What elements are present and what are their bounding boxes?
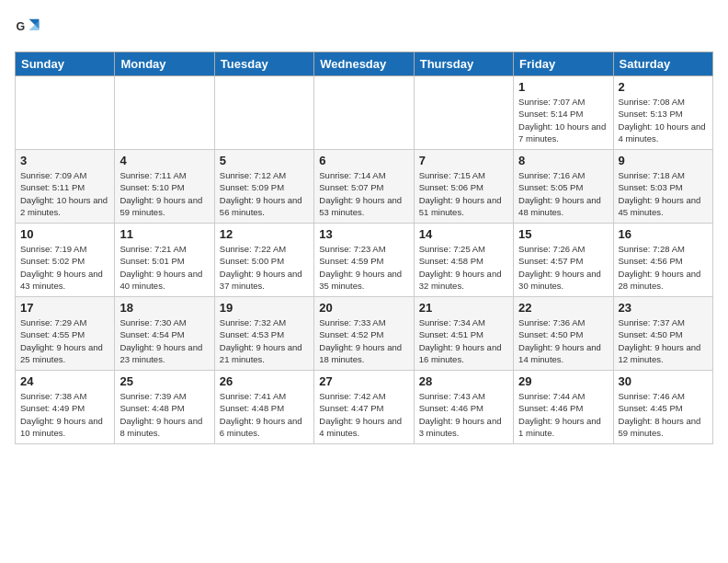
day-number: 17 xyxy=(20,301,109,315)
calendar-cell: 30Sunrise: 7:46 AM Sunset: 4:45 PM Dayli… xyxy=(613,371,712,444)
calendar-cell: 15Sunrise: 7:26 AM Sunset: 4:57 PM Dayli… xyxy=(514,224,613,297)
weekday-header-saturday: Saturday xyxy=(613,52,712,76)
calendar-cell: 25Sunrise: 7:39 AM Sunset: 4:48 PM Dayli… xyxy=(115,371,214,444)
day-info: Sunrise: 7:26 AM Sunset: 4:57 PM Dayligh… xyxy=(518,243,608,292)
day-info: Sunrise: 7:25 AM Sunset: 4:58 PM Dayligh… xyxy=(419,243,508,292)
day-info: Sunrise: 7:11 AM Sunset: 5:10 PM Dayligh… xyxy=(119,169,209,218)
calendar-cell: 6Sunrise: 7:14 AM Sunset: 5:07 PM Daylig… xyxy=(314,150,414,224)
day-number: 4 xyxy=(119,154,209,167)
day-info: Sunrise: 7:41 AM Sunset: 4:48 PM Dayligh… xyxy=(220,390,309,439)
day-number: 26 xyxy=(220,374,309,388)
calendar-cell xyxy=(314,76,414,150)
day-info: Sunrise: 7:21 AM Sunset: 5:01 PM Dayligh… xyxy=(119,243,209,292)
day-number: 28 xyxy=(419,374,508,388)
day-info: Sunrise: 7:43 AM Sunset: 4:46 PM Dayligh… xyxy=(419,390,508,439)
day-info: Sunrise: 7:42 AM Sunset: 4:47 PM Dayligh… xyxy=(319,390,408,439)
calendar-cell xyxy=(414,76,513,150)
calendar-week-2: 3Sunrise: 7:09 AM Sunset: 5:11 PM Daylig… xyxy=(16,150,713,224)
day-info: Sunrise: 7:15 AM Sunset: 5:06 PM Dayligh… xyxy=(419,169,508,218)
day-number: 12 xyxy=(220,227,309,241)
day-info: Sunrise: 7:08 AM Sunset: 5:13 PM Dayligh… xyxy=(619,96,708,144)
calendar-cell: 20Sunrise: 7:33 AM Sunset: 4:52 PM Dayli… xyxy=(314,297,414,371)
day-info: Sunrise: 7:09 AM Sunset: 5:11 PM Dayligh… xyxy=(20,169,109,218)
day-info: Sunrise: 7:19 AM Sunset: 5:02 PM Dayligh… xyxy=(20,243,109,292)
day-number: 1 xyxy=(518,80,608,94)
weekday-header-wednesday: Wednesday xyxy=(314,52,414,76)
logo-icon: G xyxy=(15,15,40,40)
day-info: Sunrise: 7:37 AM Sunset: 4:50 PM Dayligh… xyxy=(619,316,708,365)
day-info: Sunrise: 7:36 AM Sunset: 4:50 PM Dayligh… xyxy=(518,316,608,365)
calendar-cell: 13Sunrise: 7:23 AM Sunset: 4:59 PM Dayli… xyxy=(314,224,414,297)
day-info: Sunrise: 7:14 AM Sunset: 5:07 PM Dayligh… xyxy=(319,169,408,218)
day-info: Sunrise: 7:23 AM Sunset: 4:59 PM Dayligh… xyxy=(319,243,408,292)
day-number: 6 xyxy=(319,154,408,167)
day-number: 19 xyxy=(220,301,309,315)
day-number: 13 xyxy=(319,227,408,241)
day-number: 30 xyxy=(619,374,708,388)
day-info: Sunrise: 7:38 AM Sunset: 4:49 PM Dayligh… xyxy=(20,390,109,439)
day-number: 5 xyxy=(220,154,309,167)
day-number: 15 xyxy=(518,227,608,241)
day-number: 27 xyxy=(319,374,408,388)
day-number: 9 xyxy=(619,154,708,167)
day-number: 16 xyxy=(619,227,708,241)
page-header: G xyxy=(15,15,713,40)
calendar-table: SundayMondayTuesdayWednesdayThursdayFrid… xyxy=(15,52,713,444)
day-info: Sunrise: 7:33 AM Sunset: 4:52 PM Dayligh… xyxy=(319,316,408,365)
day-number: 24 xyxy=(20,374,109,388)
calendar-cell: 24Sunrise: 7:38 AM Sunset: 4:49 PM Dayli… xyxy=(16,371,115,444)
day-number: 2 xyxy=(619,80,708,94)
calendar-cell: 5Sunrise: 7:12 AM Sunset: 5:09 PM Daylig… xyxy=(214,150,313,224)
day-number: 14 xyxy=(419,227,508,241)
weekday-header-monday: Monday xyxy=(115,52,214,76)
calendar-cell: 9Sunrise: 7:18 AM Sunset: 5:03 PM Daylig… xyxy=(613,150,712,224)
day-info: Sunrise: 7:34 AM Sunset: 4:51 PM Dayligh… xyxy=(419,316,508,365)
calendar-cell: 18Sunrise: 7:30 AM Sunset: 4:54 PM Dayli… xyxy=(115,297,214,371)
weekday-header-tuesday: Tuesday xyxy=(214,52,313,76)
day-number: 20 xyxy=(319,301,408,315)
calendar-week-3: 10Sunrise: 7:19 AM Sunset: 5:02 PM Dayli… xyxy=(16,224,713,297)
calendar-cell: 14Sunrise: 7:25 AM Sunset: 4:58 PM Dayli… xyxy=(414,224,513,297)
calendar-cell xyxy=(115,76,214,150)
calendar-week-1: 1Sunrise: 7:07 AM Sunset: 5:14 PM Daylig… xyxy=(16,76,713,150)
calendar-cell: 4Sunrise: 7:11 AM Sunset: 5:10 PM Daylig… xyxy=(115,150,214,224)
day-info: Sunrise: 7:29 AM Sunset: 4:55 PM Dayligh… xyxy=(20,316,109,365)
day-info: Sunrise: 7:16 AM Sunset: 5:05 PM Dayligh… xyxy=(518,169,608,218)
day-info: Sunrise: 7:12 AM Sunset: 5:09 PM Dayligh… xyxy=(220,169,309,218)
calendar-cell: 17Sunrise: 7:29 AM Sunset: 4:55 PM Dayli… xyxy=(16,297,115,371)
day-info: Sunrise: 7:44 AM Sunset: 4:46 PM Dayligh… xyxy=(518,390,608,439)
calendar-cell xyxy=(214,76,313,150)
day-info: Sunrise: 7:30 AM Sunset: 4:54 PM Dayligh… xyxy=(119,316,209,365)
day-number: 8 xyxy=(518,154,608,167)
calendar-cell: 21Sunrise: 7:34 AM Sunset: 4:51 PM Dayli… xyxy=(414,297,513,371)
day-info: Sunrise: 7:18 AM Sunset: 5:03 PM Dayligh… xyxy=(619,169,708,218)
calendar-cell: 3Sunrise: 7:09 AM Sunset: 5:11 PM Daylig… xyxy=(16,150,115,224)
day-info: Sunrise: 7:28 AM Sunset: 4:56 PM Dayligh… xyxy=(619,243,708,292)
calendar-cell: 12Sunrise: 7:22 AM Sunset: 5:00 PM Dayli… xyxy=(214,224,313,297)
day-info: Sunrise: 7:07 AM Sunset: 5:14 PM Dayligh… xyxy=(518,96,608,144)
day-number: 25 xyxy=(119,374,209,388)
calendar-cell: 28Sunrise: 7:43 AM Sunset: 4:46 PM Dayli… xyxy=(414,371,513,444)
day-number: 7 xyxy=(419,154,508,167)
day-number: 29 xyxy=(518,374,608,388)
day-number: 11 xyxy=(119,227,209,241)
calendar-cell: 26Sunrise: 7:41 AM Sunset: 4:48 PM Dayli… xyxy=(214,371,313,444)
calendar-cell: 8Sunrise: 7:16 AM Sunset: 5:05 PM Daylig… xyxy=(514,150,613,224)
calendar-cell: 16Sunrise: 7:28 AM Sunset: 4:56 PM Dayli… xyxy=(613,224,712,297)
day-number: 10 xyxy=(20,227,109,241)
calendar-body: 1Sunrise: 7:07 AM Sunset: 5:14 PM Daylig… xyxy=(16,76,713,444)
calendar-cell xyxy=(16,76,115,150)
day-info: Sunrise: 7:46 AM Sunset: 4:45 PM Dayligh… xyxy=(619,390,708,439)
weekday-header-thursday: Thursday xyxy=(414,52,513,76)
svg-text:G: G xyxy=(17,20,26,33)
calendar-week-4: 17Sunrise: 7:29 AM Sunset: 4:55 PM Dayli… xyxy=(16,297,713,371)
weekday-header-friday: Friday xyxy=(514,52,613,76)
calendar-cell: 10Sunrise: 7:19 AM Sunset: 5:02 PM Dayli… xyxy=(16,224,115,297)
calendar-cell: 1Sunrise: 7:07 AM Sunset: 5:14 PM Daylig… xyxy=(514,76,613,150)
day-info: Sunrise: 7:22 AM Sunset: 5:00 PM Dayligh… xyxy=(220,243,309,292)
calendar-cell: 27Sunrise: 7:42 AM Sunset: 4:47 PM Dayli… xyxy=(314,371,414,444)
day-number: 23 xyxy=(619,301,708,315)
calendar-cell: 11Sunrise: 7:21 AM Sunset: 5:01 PM Dayli… xyxy=(115,224,214,297)
day-number: 18 xyxy=(119,301,209,315)
calendar-cell: 2Sunrise: 7:08 AM Sunset: 5:13 PM Daylig… xyxy=(613,76,712,150)
